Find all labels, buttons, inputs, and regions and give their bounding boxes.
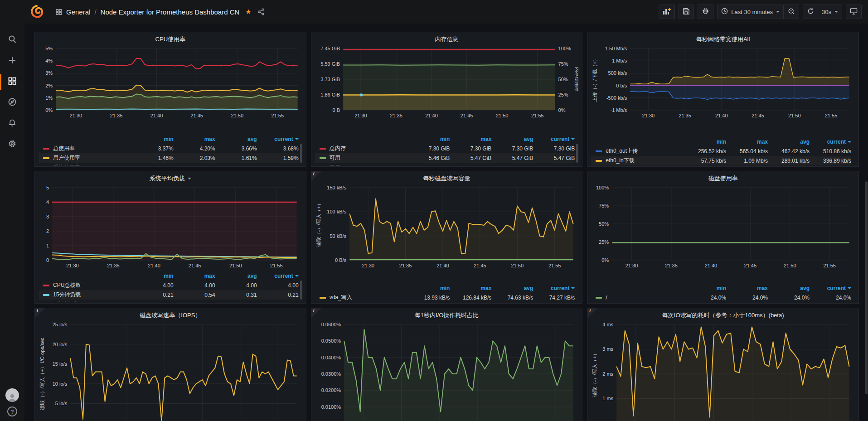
search-icon xyxy=(8,35,17,46)
legend-sort-min[interactable]: min xyxy=(684,285,726,291)
legend-sort-max[interactable]: max xyxy=(726,285,768,291)
page-scrollbar[interactable] xyxy=(865,181,868,394)
network-bandwidth-chart[interactable]: -1 Mb/s-500 kb/s0 b/s500 kb/s1 Mb/s1.50 … xyxy=(591,45,855,121)
legend-row[interactable]: eth0_in下载57.75 kb/s1.09 Mb/s289.01 kb/s3… xyxy=(591,156,851,165)
panel-title[interactable]: 系统平均负载 xyxy=(39,173,302,184)
panel-title[interactable]: 内存信息 xyxy=(315,34,579,45)
legend-row-clipped[interactable]: 系统使用率 xyxy=(39,163,299,165)
svg-text:读取（-）/写入（+）: 读取（-）/写入（+） xyxy=(316,201,321,247)
disk-iops-chart[interactable]: 0 io/s5 io/s10 io/s15 io/s20 io/s25 io/s… xyxy=(39,321,302,421)
system-load-chart[interactable]: 01234521:3021:3521:4021:4521:5021:55 xyxy=(39,184,302,271)
svg-text:21:50: 21:50 xyxy=(784,263,796,268)
svg-text:3 ms: 3 ms xyxy=(603,347,614,352)
breadcrumb-folder[interactable]: General xyxy=(66,8,90,16)
dashboard-title[interactable]: Node Exporter for Prometheus Dashboard C… xyxy=(101,8,240,16)
legend-row[interactable]: CPU总核数4.004.004.004.00 xyxy=(39,281,299,290)
legend-scrollbar[interactable] xyxy=(576,144,578,163)
panel-title[interactable]: CPU使用率 xyxy=(39,34,302,45)
series-color-swatch[interactable] xyxy=(320,297,326,299)
kiosk-mode-button[interactable] xyxy=(846,5,862,19)
legend-row[interactable]: 总内存7.30 GiB7.30 GiB7.30 GiB7.30 GiB xyxy=(315,144,575,153)
legend-sort-current[interactable]: current xyxy=(257,136,299,142)
legend-row[interactable]: vda_写入13.93 kB/s126.84 kB/s74.63 kB/s74.… xyxy=(315,293,575,302)
legend-row[interactable]: /24.0%24.0%24.0%24.0% xyxy=(591,293,851,302)
legend-sort-min[interactable]: min xyxy=(408,136,450,142)
series-color-swatch[interactable] xyxy=(596,160,602,162)
legend-row-clipped[interactable]: 已用 xyxy=(315,163,575,165)
legend-sort-min[interactable]: min xyxy=(132,136,174,142)
legend-header: minmaxavgcurrent xyxy=(591,284,851,293)
dashboard-settings-button[interactable] xyxy=(698,5,713,19)
legend-row[interactable]: 可用5.46 GiB5.47 GiB5.47 GiB5.47 GiB xyxy=(315,153,575,163)
time-range-picker[interactable]: Last 30 minutes xyxy=(717,5,784,19)
legend-scrollbar[interactable] xyxy=(300,144,302,163)
legend-sort-avg[interactable]: avg xyxy=(215,136,257,142)
panel-title[interactable]: 每1秒内I/O操作耗时占比 xyxy=(315,310,579,321)
io-latency-chart[interactable]: 0 s1 ms2 ms3 ms4 ms21:3021:3521:4021:452… xyxy=(591,321,855,421)
sidebar-item-alerting[interactable] xyxy=(0,113,24,134)
sidebar: ? xyxy=(0,0,24,421)
legend-row[interactable]: eth0_out上传256.52 kb/s565.04 kb/s462.42 k… xyxy=(591,146,851,156)
share-icon[interactable] xyxy=(257,8,265,15)
user-avatar[interactable] xyxy=(5,388,19,402)
legend-sort-avg[interactable]: avg xyxy=(768,285,810,291)
star-icon[interactable]: ★ xyxy=(245,8,251,16)
series-color-swatch[interactable] xyxy=(320,148,326,150)
series-color-swatch[interactable] xyxy=(43,157,49,159)
zoom-out-time-button[interactable] xyxy=(784,5,799,19)
legend-value: 4.20% xyxy=(174,145,215,152)
legend-sort-max[interactable]: max xyxy=(174,136,215,142)
legend-sort-min[interactable]: min xyxy=(408,285,450,291)
disk-usage-chart[interactable]: 0%25%50%75%100%21:3021:3521:4021:4521:50… xyxy=(591,184,855,271)
legend-sort-current[interactable]: current xyxy=(810,139,851,145)
help-icon[interactable]: ? xyxy=(7,406,17,416)
refresh-interval-picker[interactable]: 30s xyxy=(818,5,842,19)
panel-title[interactable]: 每秒网络带宽使用All xyxy=(591,34,855,45)
disk-rw-volume-chart[interactable]: 0 B/s50 kB/s100 kB/s150 kB/s21:3021:3521… xyxy=(315,184,579,271)
panel-title[interactable]: 磁盘读写速率（IOPS） xyxy=(39,310,302,321)
legend-sort-avg[interactable]: avg xyxy=(491,136,533,142)
series-color-swatch[interactable] xyxy=(596,150,602,152)
legend-row[interactable]: 15分钟负载0.210.540.310.21 xyxy=(39,290,299,300)
legend-sort-current[interactable]: current xyxy=(533,136,575,142)
legend-sort-current[interactable]: current xyxy=(257,273,299,279)
refresh-button[interactable] xyxy=(803,5,818,19)
legend-sort-avg[interactable]: avg xyxy=(491,285,533,291)
legend-row-clipped[interactable]: 1分钟负载 xyxy=(39,300,299,302)
legend-sort-current[interactable]: current xyxy=(533,285,575,291)
legend-sort-min[interactable]: min xyxy=(132,273,174,279)
series-color-swatch[interactable] xyxy=(43,294,49,296)
legend-sort-max[interactable]: max xyxy=(450,285,491,291)
chevron-down-icon xyxy=(834,11,838,13)
legend-value: 2.03% xyxy=(174,155,215,161)
add-panel-button[interactable] xyxy=(659,5,675,19)
legend-sort-avg[interactable]: avg xyxy=(768,139,810,145)
legend-sort-max[interactable]: max xyxy=(450,136,491,142)
panel-title[interactable]: 每次IO读写的耗时（参考：小于100ms）(beta) xyxy=(591,310,855,321)
series-color-swatch[interactable] xyxy=(320,157,326,159)
legend-sort-min[interactable]: min xyxy=(684,139,726,145)
series-color-swatch[interactable] xyxy=(43,285,49,286)
series-color-swatch[interactable] xyxy=(43,148,49,150)
sidebar-item-create[interactable] xyxy=(0,51,24,72)
legend-sort-max[interactable]: max xyxy=(174,273,215,279)
save-dashboard-button[interactable] xyxy=(679,5,694,19)
legend-row[interactable]: 用户使用率1.46%2.03%1.61%1.59% xyxy=(39,153,299,163)
series-color-swatch[interactable] xyxy=(596,297,602,299)
legend-sort-max[interactable]: max xyxy=(726,139,768,145)
grafana-logo-icon[interactable] xyxy=(24,0,49,24)
io-time-ratio-chart[interactable]: 0%0.0100%0.0200%0.0300%0.0400%0.0500%0.0… xyxy=(315,321,579,421)
cpu-usage-chart[interactable]: 0%1%2%3%4%5%21:3021:3521:4021:4521:5021:… xyxy=(39,45,302,121)
panel-title[interactable]: 磁盘使用率 xyxy=(591,173,855,184)
sidebar-item-explore[interactable] xyxy=(0,92,24,113)
sidebar-item-dashboards[interactable] xyxy=(0,72,24,92)
panel-title[interactable]: 每秒磁盘读写容量 xyxy=(315,173,579,184)
legend-sort-current[interactable]: current xyxy=(810,285,851,291)
legend-scrollbar[interactable] xyxy=(300,281,302,300)
svg-text:1.86 GiB: 1.86 GiB xyxy=(320,92,340,97)
legend-sort-avg[interactable]: avg xyxy=(215,273,257,279)
sidebar-item-configuration[interactable] xyxy=(0,134,24,155)
legend-row[interactable]: 总使用率3.37%4.20%3.66%3.68% xyxy=(39,144,299,153)
memory-info-chart[interactable]: 0 B1.86 GiB3.73 GiB5.59 GiB7.45 GiB0%25%… xyxy=(315,45,579,121)
sidebar-item-search[interactable] xyxy=(0,30,24,51)
